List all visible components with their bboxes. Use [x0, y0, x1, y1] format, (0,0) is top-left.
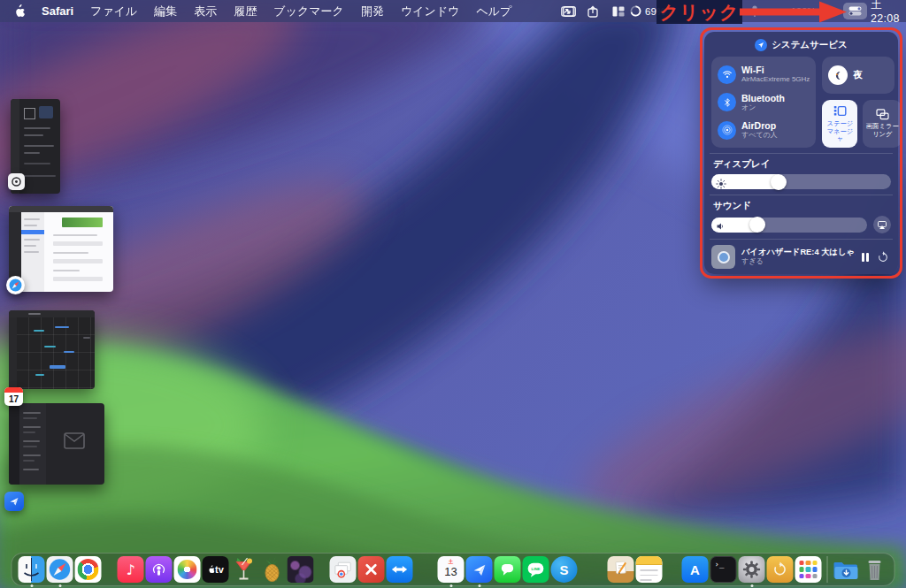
stage-manager-tile[interactable]: ステージマネージャ	[822, 100, 857, 148]
downloads-folder-icon	[833, 556, 860, 583]
dock-line[interactable]: LINE	[523, 556, 549, 583]
safari-badge-icon	[6, 276, 25, 294]
calendar-badge-icon: 17	[4, 387, 23, 406]
screen-mirroring-label: 画面ミラーリング	[864, 123, 900, 139]
upload-device-icon[interactable]	[581, 0, 604, 22]
stage-window-mail[interactable]	[9, 403, 104, 485]
dock-teamviewer[interactable]	[387, 556, 413, 583]
brightness-sun-icon	[716, 177, 726, 193]
menu-file[interactable]: ファイル	[90, 4, 137, 19]
menubar-clock[interactable]: 土 22:08	[871, 0, 906, 22]
screen-mirroring-tile[interactable]: 画面ミラーリング	[863, 100, 902, 148]
dock-the-unarchiver[interactable]	[767, 556, 794, 583]
spark-badge-icon	[4, 492, 24, 511]
dock-trash[interactable]	[862, 556, 888, 583]
dock-music[interactable]: ♪	[118, 556, 144, 583]
wifi-row[interactable]: Wi-Fi AirMacExtreme 5GHz	[718, 61, 810, 88]
dock-chrome-remote-desktop[interactable]	[330, 556, 357, 583]
menu-bookmarks[interactable]: ブックマーク	[273, 4, 344, 19]
focus-label: 夜	[853, 69, 863, 81]
dock-spark[interactable]	[466, 556, 493, 583]
sound-module: サウンド	[711, 200, 891, 233]
menu-develop[interactable]: 開発	[361, 4, 384, 19]
dock-cocktail-app[interactable]	[231, 556, 257, 583]
dock-podcasts[interactable]	[146, 556, 173, 583]
dock-microsoft-remote-desktop[interactable]	[358, 556, 385, 583]
now-playing-module[interactable]: バイオハザードRE:4 大はしゃぎ実況… すぎる	[711, 245, 891, 269]
dock-system-settings[interactable]	[739, 556, 765, 583]
volume-slider[interactable]	[711, 218, 867, 233]
photos-icon	[178, 560, 197, 579]
airdrop-row[interactable]: AirDrop すべての人	[718, 117, 810, 143]
stage-window-safari[interactable]	[9, 206, 113, 292]
wifi-ghost-icon	[768, 6, 782, 17]
pause-button[interactable]	[862, 253, 869, 262]
teamviewer-arrows-icon	[391, 563, 409, 576]
dock-pages[interactable]	[608, 556, 634, 583]
dock-apple-tv[interactable]: tv	[203, 556, 229, 583]
dock-downloads-folder[interactable]	[833, 556, 860, 583]
stage-window-calendar[interactable]	[9, 310, 95, 389]
calendar-day: 13	[444, 566, 457, 577]
dock-photos[interactable]	[174, 556, 201, 583]
podcasts-icon	[150, 561, 168, 578]
display-brightness-slider[interactable]	[711, 174, 891, 189]
speaker-icon	[716, 219, 726, 235]
finder-icon	[19, 556, 45, 583]
bluetooth-icon	[718, 93, 736, 111]
running-indicator	[478, 584, 480, 587]
dock-skype[interactable]: S	[551, 556, 578, 583]
bluetooth-row[interactable]: Bluetooth オン	[718, 89, 810, 116]
focus-tile[interactable]: 夜	[822, 57, 894, 94]
menu-edit[interactable]: 編集	[154, 4, 177, 19]
chrome-remote-desktop-icon	[332, 558, 355, 581]
dock-app-store[interactable]: A	[682, 556, 709, 583]
control-center-panel: システムサービス Wi-Fi AirMacExtreme 5GHz Blueto…	[704, 32, 898, 274]
bluetooth-subtitle: オン	[741, 103, 785, 111]
wifi-title: Wi-Fi	[741, 65, 810, 75]
control-center-menu-icon[interactable]	[843, 3, 867, 19]
dock-game-capture-app[interactable]	[288, 556, 314, 583]
dock-pineapple-app[interactable]	[259, 556, 286, 583]
game-artwork-icon	[288, 556, 314, 583]
dock-safari[interactable]	[47, 556, 73, 583]
dock-chrome[interactable]	[75, 556, 102, 583]
pages-pen-icon	[610, 558, 633, 581]
dock: ♪ tv	[12, 553, 895, 586]
system-services-banner: システムサービス	[711, 38, 891, 52]
dock-messages[interactable]	[495, 556, 521, 583]
dock-notes[interactable]	[636, 556, 663, 583]
pip-icon[interactable]	[556, 0, 579, 22]
dock-launchpad-grid[interactable]	[795, 556, 822, 583]
app-grid-icon	[799, 561, 817, 578]
menu-history[interactable]: 履歴	[234, 4, 257, 19]
mic-icon	[750, 4, 759, 19]
battery-ring-icon	[630, 5, 641, 17]
calendar-badge-day: 17	[9, 393, 19, 406]
skype-s-glyph: S	[559, 562, 568, 577]
dock-finder[interactable]	[19, 556, 45, 583]
messages-bubble-icon	[499, 561, 517, 578]
airplay-audio-button[interactable]	[873, 216, 891, 233]
tv-label: tv	[215, 564, 224, 575]
menubar-app-name[interactable]: Safari	[42, 4, 73, 18]
airdrop-title: AirDrop	[741, 120, 778, 131]
location-arrow-icon	[755, 39, 767, 51]
stage-manager-label: ステージマネージャ	[824, 120, 856, 143]
dock-divider	[827, 556, 828, 583]
chrome-icon	[78, 559, 99, 580]
recycle-arrows-icon	[772, 561, 788, 577]
running-indicator	[30, 584, 33, 587]
menu-help[interactable]: ヘルプ	[476, 4, 511, 19]
menu-view[interactable]: 表示	[194, 4, 217, 19]
capture-app-badge-icon	[8, 173, 25, 190]
running-indicator	[58, 584, 61, 587]
dock-calendar[interactable]: 土 13	[438, 556, 465, 583]
menu-window[interactable]: ウインドウ	[401, 4, 460, 19]
stage-manager-icon	[833, 104, 847, 118]
dock-terminal[interactable]: ›_	[710, 556, 737, 583]
safari-icon	[49, 558, 72, 581]
click-annotation-label: クリック	[656, 0, 742, 24]
restart-button[interactable]	[877, 251, 889, 263]
apple-menu-icon[interactable]	[13, 4, 25, 18]
